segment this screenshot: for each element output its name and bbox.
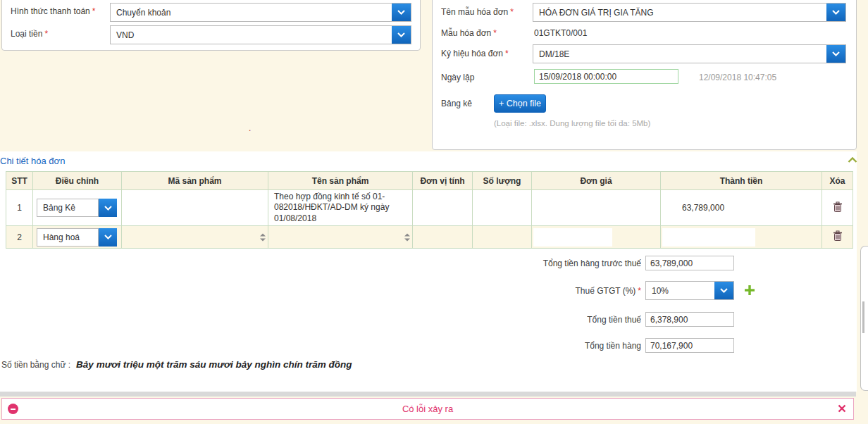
row2-amount-input[interactable] [662,228,755,247]
amount-in-words-value: Bảy mươi triệu một trăm sáu mươi bảy ngh… [76,359,352,370]
table-row: 2 Hàng hoá [6,226,853,249]
detail-section-title: Chi tiết hóa đơn [0,156,65,166]
serial-value: DM/18E [533,45,826,63]
trash-icon[interactable] [833,230,843,244]
col-header-don-vi-tinh: Đơn vị tính [413,172,473,190]
attachment-note: (Loại file: .xlsx. Dung lượng file tối đ… [494,119,650,127]
row2-stt: 2 [6,226,33,249]
amount-in-words-label: Số tiền bằng chữ : [1,360,70,370]
vat-rate-label-text: Thuế GTGT (%) [576,286,636,296]
required-asterisk: * [510,7,514,17]
serial-select[interactable]: DM/18E [533,44,846,63]
error-bar: Có lỗi xảy ra [1,398,854,420]
row1-adjustment-value: Bảng Kê [37,199,99,217]
required-asterisk: * [92,6,96,16]
template-name-label-text: Tên mẫu hóa đơn [441,7,508,17]
col-header-ma-san-pham: Mã sản phẩm [122,172,268,190]
vat-amount-label: Tổng tiền thuế [451,315,641,325]
currency-value: VND [111,26,392,44]
template-code-label-text: Mẫu hóa đơn [441,28,491,38]
payment-method-value: Chuyển khoản [111,4,392,21]
template-name-value: HÓA ĐƠN GIÁ TRỊ GIA TĂNG [533,4,826,21]
row1-unit [413,190,473,226]
stray-dot: . [249,123,251,133]
row1-product-name: Theo hợp đồng kinh tế số 01-082018/HĐKT/… [268,190,413,226]
chevron-down-icon[interactable] [826,4,845,21]
col-header-so-luong: Số lượng [473,172,532,190]
row1-stt: 1 [6,190,33,226]
chevron-down-icon[interactable] [714,282,733,299]
spinner-arrows-icon[interactable] [404,233,410,241]
vat-rate-select[interactable]: 10% [645,281,734,300]
created-at-timestamp: 12/09/2018 10:47:05 [699,73,776,82]
chevron-down-icon[interactable] [99,199,117,217]
attachment-label: Bảng kê [441,99,472,108]
serial-label: Ký hiệu hóa đơn* [441,49,509,58]
row1-delete-cell [822,190,853,226]
issue-date-input[interactable] [534,69,678,84]
required-asterisk: * [44,29,48,39]
subtotal-input[interactable] [645,256,734,270]
col-header-thanh-tien: Thành tiền [661,172,822,190]
horizontal-scrollbar[interactable] [0,392,856,397]
chevron-down-icon[interactable] [392,26,411,44]
chevron-down-icon[interactable] [826,45,845,63]
template-name-label: Tên mẫu hóa đơn* [441,7,514,17]
serial-label-text: Ký hiệu hóa đơn [441,49,503,58]
col-header-don-gia: Đơn giá [532,172,661,190]
payment-method-label: Hình thức thanh toán* [11,6,95,16]
subtotal-label: Tổng tiền hàng trước thuế [451,258,641,268]
required-asterisk: * [638,286,641,296]
add-tax-plus-icon[interactable] [744,285,755,298]
row2-adjustment-value: Hàng hoá [37,228,99,247]
row1-adjustment-select[interactable]: Bảng Kê [37,199,117,217]
spinner-arrows-icon[interactable] [260,233,266,241]
col-header-stt: STT [6,172,33,190]
amount-in-words: Số tiền bằng chữ : Bảy mươi triệu một tr… [1,359,352,370]
row1-quantity [473,190,532,226]
invoice-form-page: Hình thức thanh toán* Chuyển khoản Loại … [0,0,868,424]
payment-method-label-text: Hình thức thanh toán [11,6,90,16]
row2-unit [413,226,473,249]
close-icon[interactable] [838,404,846,415]
row2-delete-cell [822,226,853,249]
vat-amount-input[interactable] [645,312,734,327]
invoice-detail-table: STT Điều chỉnh Mã sản phẩm Tên sản phẩm … [6,171,853,249]
template-code-label: Mẫu hóa đơn* [441,28,497,38]
chevron-down-icon[interactable] [392,4,411,21]
row1-amount: 63,789,000 [661,190,822,226]
template-code-value: 01GTKT0/001 [534,28,587,38]
collapse-caret-icon[interactable] [848,156,857,166]
table-header-row: STT Điều chỉnh Mã sản phẩm Tên sản phẩm … [6,172,853,190]
choose-file-button[interactable]: + Chọn file [494,94,546,113]
col-header-dieu-chinh: Điều chỉnh [33,172,122,190]
error-message: Có lỗi xảy ra [2,404,853,414]
vat-rate-value: 10% [646,282,714,299]
row1-product-code [122,190,268,226]
template-name-select[interactable]: HÓA ĐƠN GIÁ TRỊ GIA TĂNG [533,3,846,22]
currency-label-text: Loại tiền [11,29,42,39]
col-header-ten-san-pham: Tên sản phẩm [268,172,413,190]
invoice-info-panel: Tên mẫu hóa đơn* HÓA ĐƠN GIÁ TRỊ GIA TĂN… [432,0,857,150]
currency-label: Loại tiền* [11,29,48,39]
payment-method-select[interactable]: Chuyển khoản [110,3,411,22]
col-header-xoa: Xóa [822,172,853,190]
table-row: 1 Bảng Kê Theo hợp đồng kinh tế số 01-08… [6,190,853,226]
grand-total-input[interactable] [645,338,734,353]
issue-date-label: Ngày lập [441,73,474,82]
chevron-down-icon[interactable] [99,228,117,247]
grand-total-label: Tổng tiền hàng [451,341,641,351]
vat-rate-label: Thuế GTGT (%)* [451,286,641,296]
row2-adjustment-select[interactable]: Hàng hoá [37,228,117,247]
row1-unit-price [532,190,661,226]
currency-select[interactable]: VND [110,25,411,44]
vertical-scrollbar-thumb[interactable] [862,301,864,333]
trash-icon[interactable] [833,201,843,215]
required-asterisk: * [493,28,497,38]
required-asterisk: * [505,49,509,58]
payment-panel: Hình thức thanh toán* Chuyển khoản Loại … [1,0,421,51]
row2-unit-price-input[interactable] [533,228,612,247]
